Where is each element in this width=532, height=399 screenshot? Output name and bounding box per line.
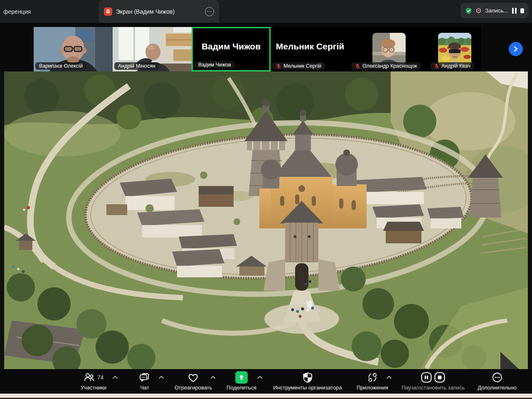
share-screen-button[interactable]: Поделиться bbox=[227, 371, 256, 391]
pause-recording-icon[interactable] bbox=[421, 372, 432, 383]
chevron-up-icon[interactable] bbox=[159, 376, 164, 379]
participants-count: 74 bbox=[97, 374, 104, 381]
participant-name: Андрій Квач bbox=[441, 63, 470, 69]
participant-nameplate: Варипаєв Олексій bbox=[35, 62, 86, 70]
pause-stop-recording-button[interactable]: Пауза/остановить запись bbox=[401, 371, 465, 391]
chat-icon bbox=[139, 372, 150, 383]
participant-nameplate: Мельник Сергій bbox=[272, 62, 325, 70]
chevron-up-icon[interactable] bbox=[211, 376, 216, 379]
participant-name: Вадим Чижов bbox=[198, 62, 231, 68]
participants-label: Участники bbox=[81, 384, 106, 391]
screen-share-badge-icon: В bbox=[104, 7, 112, 16]
more-label: Дополнительно bbox=[478, 384, 517, 391]
tab-options-icon[interactable]: ⋯ bbox=[205, 7, 214, 16]
apps-label: Приложения bbox=[357, 384, 388, 391]
record-icon bbox=[476, 7, 481, 14]
tab-conference[interactable]: ференция bbox=[0, 0, 31, 23]
participant-nameplate: Андрій Міносян bbox=[114, 62, 159, 70]
heart-icon bbox=[187, 372, 199, 383]
participant-tile-melnyk[interactable]: Мельник Сергій Мельник Сергій bbox=[271, 27, 350, 71]
chevron-up-icon[interactable] bbox=[113, 376, 118, 379]
participant-name: Варипаєв Олексій bbox=[39, 63, 83, 69]
avatar bbox=[438, 33, 471, 66]
pause-recording-icon[interactable] bbox=[512, 8, 517, 14]
tab-screen-share[interactable]: В Экран (Вадим Чижов) ⋯ bbox=[99, 0, 219, 23]
shield-check-icon bbox=[465, 6, 472, 15]
participant-name: Мельник Сергій bbox=[283, 63, 321, 69]
recording-label: Запись... bbox=[485, 7, 508, 14]
next-participants-button[interactable] bbox=[509, 42, 523, 56]
participants-icon bbox=[84, 372, 95, 383]
participant-tile-kvach[interactable]: Андрій Квач bbox=[429, 27, 481, 71]
mic-muted-icon bbox=[434, 64, 439, 69]
taskbar-strip bbox=[0, 394, 532, 398]
more-ellipsis-icon bbox=[492, 372, 502, 383]
chat-button[interactable]: Чат bbox=[139, 371, 150, 391]
chevron-right-icon bbox=[513, 46, 519, 52]
chevron-up-icon[interactable] bbox=[387, 376, 392, 379]
apps-icon bbox=[367, 372, 378, 383]
participants-button[interactable]: 74 Участники bbox=[81, 371, 106, 391]
more-button[interactable]: Дополнительно bbox=[478, 371, 517, 391]
participant-display-name: Мельник Сергій bbox=[271, 27, 350, 66]
recording-indicator: Запись... bbox=[461, 3, 529, 18]
mic-muted-icon bbox=[276, 64, 281, 69]
remote-cursor-icon bbox=[315, 348, 528, 369]
zoom-meeting-window: ференция В Экран (Вадим Чижов) ⋯ Запись.… bbox=[0, 0, 532, 399]
tab-conference-label: ференция bbox=[3, 8, 31, 15]
participants-filmstrip: Варипаєв Олексій Андрій Міносян bbox=[0, 23, 532, 71]
tab-screen-share-label: Экран (Вадим Чижов) bbox=[116, 8, 201, 15]
participant-display-name: Вадим Чижов bbox=[193, 28, 269, 64]
reactions-button[interactable]: Отреагировать bbox=[175, 371, 212, 391]
participant-nameplate: Андрій Квач bbox=[430, 62, 474, 70]
stop-recording-icon[interactable] bbox=[520, 8, 524, 13]
chevron-up-icon[interactable] bbox=[257, 376, 262, 379]
participant-nameplate: Олександр Краснощок bbox=[351, 62, 421, 70]
participant-name: Андрій Міносян bbox=[118, 63, 155, 69]
reactions-label: Отреагировать bbox=[175, 384, 212, 391]
participant-name: Олександр Краснощок bbox=[362, 63, 417, 69]
pause-stop-recording-label: Пауза/остановить запись bbox=[401, 384, 465, 391]
shared-screen-image bbox=[4, 71, 528, 369]
host-tools-label: Инструменты организатора bbox=[273, 384, 342, 391]
host-tools-button[interactable]: Инструменты организатора bbox=[273, 371, 342, 391]
share-screen-label: Поделиться bbox=[227, 384, 256, 391]
host-tools-shield-icon bbox=[302, 372, 313, 383]
stop-recording-icon[interactable] bbox=[434, 372, 446, 383]
apps-button[interactable]: Приложения bbox=[357, 371, 388, 391]
participant-tile-krasnoshchok[interactable]: Олександр Краснощок bbox=[350, 27, 429, 71]
mic-muted-icon bbox=[355, 64, 360, 69]
meeting-toolbar: 74 Участники Чат bbox=[0, 369, 532, 394]
participant-tile-chyzhov[interactable]: Вадим Чижов Вадим Чижов bbox=[192, 27, 271, 71]
avatar bbox=[372, 33, 406, 66]
participant-nameplate: Вадим Чижов bbox=[195, 61, 235, 69]
shared-screen-view bbox=[0, 71, 532, 369]
participant-tile-minosian[interactable]: Андрій Міносян bbox=[113, 27, 192, 71]
chat-label: Чат bbox=[140, 384, 149, 391]
participant-tile-varypaiev[interactable]: Варипаєв Олексій bbox=[34, 27, 113, 71]
share-icon bbox=[235, 371, 248, 384]
tab-bar: ференция В Экран (Вадим Чижов) ⋯ Запись.… bbox=[0, 0, 532, 23]
